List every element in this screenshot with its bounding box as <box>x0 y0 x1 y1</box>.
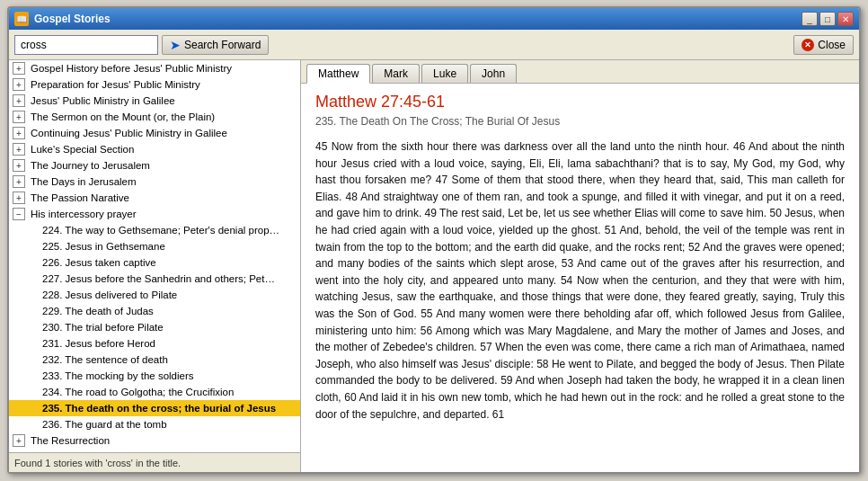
window-title: Gospel Stories <box>34 13 802 25</box>
tree-expander[interactable]: + <box>13 175 25 188</box>
tree-item-label: Gospel History before Jesus' Public Mini… <box>31 63 232 74</box>
tree-item[interactable]: +Continuing Jesus' Public Ministry in Ga… <box>9 125 300 141</box>
tab-matthew[interactable]: Matthew <box>306 64 370 84</box>
tree-item-label: 224. The way to Gethsemane; Peter's deni… <box>42 225 279 236</box>
search-forward-label: Search Forward <box>184 39 261 51</box>
close-label: Close <box>818 39 846 51</box>
tree-item-label: Continuing Jesus' Public Ministry in Gal… <box>31 128 227 138</box>
tree-expander[interactable]: + <box>13 192 25 204</box>
window-close-button[interactable]: ✕ <box>837 12 854 26</box>
tree-item-label: The Passion Narative <box>31 192 129 203</box>
tree-item-label: 231. Jesus before Herod <box>42 338 155 349</box>
maximize-button[interactable]: □ <box>819 12 836 26</box>
tree-item-label: 227. Jesus before the Sanhedrin and othe… <box>42 273 275 284</box>
tree-item[interactable]: 226. Jesus taken captive <box>9 254 300 271</box>
tab-mark[interactable]: Mark <box>372 64 420 83</box>
tree-item-label: 232. The sentence of death <box>42 354 168 365</box>
status-text: Found 1 stories with 'cross' in the titl… <box>14 458 181 468</box>
close-button[interactable]: ✕ Close <box>793 35 854 55</box>
passage-title: Matthew 27:45-61 <box>315 93 845 111</box>
tree-item-label: 230. The trial before Pilate <box>42 322 164 333</box>
tree-item[interactable]: 225. Jesus in Gethsemane <box>9 238 300 254</box>
tabs-bar: MatthewMarkLukeJohn <box>301 60 859 84</box>
tree-item-label: 233. The mocking by the soldiers <box>42 370 194 381</box>
tree-item[interactable]: +The Resurrection <box>9 432 300 449</box>
window-controls: _ □ ✕ <box>802 12 854 26</box>
tree-item[interactable]: +The Sermon on the Mount (or, the Plain) <box>9 109 300 125</box>
minimize-button[interactable]: _ <box>802 12 818 26</box>
tree-item-label: 229. The death of Judas <box>42 306 154 316</box>
tree-item-label: 234. The road to Golgotha; the Crucifixi… <box>42 387 234 397</box>
main-area: +Gospel History before Jesus' Public Min… <box>9 60 859 472</box>
tree-item[interactable]: +The Journey to Jerusalem <box>9 157 300 174</box>
app-icon: 📖 <box>14 12 29 26</box>
tree-item[interactable]: +The Days in Jerusalem <box>9 174 300 190</box>
tree-item[interactable]: 235. The death on the cross; the burial … <box>9 400 300 416</box>
tree-item-label: The Sermon on the Mount (or, the Plain) <box>31 111 215 122</box>
tree-item[interactable]: 228. Jesus delivered to Pilate <box>9 287 300 303</box>
tree-item[interactable]: 230. The trial before Pilate <box>9 319 300 335</box>
tree-item[interactable]: 229. The death of Judas <box>9 303 300 319</box>
tree-expander[interactable]: + <box>13 78 25 91</box>
tree-item-label: 228. Jesus delivered to Pilate <box>42 289 177 300</box>
tree-item-label: Preparation for Jesus' Public Ministry <box>31 79 200 90</box>
tab-luke[interactable]: Luke <box>421 64 468 83</box>
toolbar: ➤ Search Forward ✕ Close <box>9 30 859 60</box>
search-forward-button[interactable]: ➤ Search Forward <box>162 35 269 55</box>
tree-expander[interactable]: + <box>13 159 25 172</box>
passage-text: 45 Now from the sixth hour there was dar… <box>315 138 845 423</box>
tree-item[interactable]: +Luke's Special Section <box>9 141 300 157</box>
tree-item[interactable]: −His intercessory prayer <box>9 206 300 222</box>
tree-expander[interactable]: + <box>13 111 25 123</box>
tree-item[interactable]: +Preparation for Jesus' Public Ministry <box>9 76 300 93</box>
tree-item-label: Luke's Special Section <box>31 144 134 155</box>
search-input[interactable] <box>14 35 158 55</box>
tree-item[interactable]: 236. The guard at the tomb <box>9 416 300 432</box>
status-bar: Found 1 stories with 'cross' in the titl… <box>9 452 300 472</box>
tree-item[interactable]: 231. Jesus before Herod <box>9 335 300 352</box>
tree-expander[interactable]: + <box>13 127 25 139</box>
tree-item[interactable]: +Jesus' Public Ministry in Galilee <box>9 93 300 109</box>
tree-item-label: 235. The death on the cross; the burial … <box>42 403 276 414</box>
tree-item-label: 236. The guard at the tomb <box>42 419 167 430</box>
tree-expander[interactable]: + <box>13 143 25 156</box>
tree-item-label: The Resurrection <box>31 435 110 446</box>
tree-item-label: 226. Jesus taken captive <box>42 257 156 268</box>
tree-item[interactable]: 224. The way to Gethsemane; Peter's deni… <box>9 222 300 238</box>
tree-item[interactable]: +Gospel History before Jesus' Public Min… <box>9 60 300 76</box>
app-window: 📖 Gospel Stories _ □ ✕ ➤ Search Forward … <box>7 6 861 474</box>
tree-item[interactable]: 233. The mocking by the soldiers <box>9 368 300 384</box>
tree-item-label: The Journey to Jerusalem <box>31 160 150 171</box>
left-panel: +Gospel History before Jesus' Public Min… <box>9 60 301 472</box>
tree-expander[interactable]: + <box>13 62 25 75</box>
search-arrow-icon: ➤ <box>170 38 181 52</box>
tree-expander[interactable]: + <box>13 434 25 447</box>
tree-item-label: 225. Jesus in Gethsemane <box>42 241 165 252</box>
tree-expander[interactable]: + <box>13 94 25 107</box>
tree-item[interactable]: 227. Jesus before the Sanhedrin and othe… <box>9 271 300 287</box>
close-x-icon: ✕ <box>802 39 814 51</box>
tab-john[interactable]: John <box>470 64 517 83</box>
tree-item[interactable]: 232. The sentence of death <box>9 352 300 368</box>
passage-subtitle: 235. The Death On The Cross; The Burial … <box>315 115 845 128</box>
content-area[interactable]: Matthew 27:45-61 235. The Death On The C… <box>301 84 859 472</box>
tree-item-label: Jesus' Public Ministry in Galilee <box>31 95 175 106</box>
tree-item-label: The Days in Jerusalem <box>31 176 137 187</box>
tree-item-label: His intercessory prayer <box>31 209 137 219</box>
right-panel: MatthewMarkLukeJohn Matthew 27:45-61 235… <box>301 60 859 472</box>
title-bar: 📖 Gospel Stories _ □ ✕ <box>9 8 859 30</box>
tree-item[interactable]: +The Passion Narative <box>9 190 300 206</box>
tree-view[interactable]: +Gospel History before Jesus' Public Min… <box>9 60 300 452</box>
tree-item[interactable]: 234. The road to Golgotha; the Crucifixi… <box>9 384 300 400</box>
tree-expander[interactable]: − <box>13 208 25 220</box>
